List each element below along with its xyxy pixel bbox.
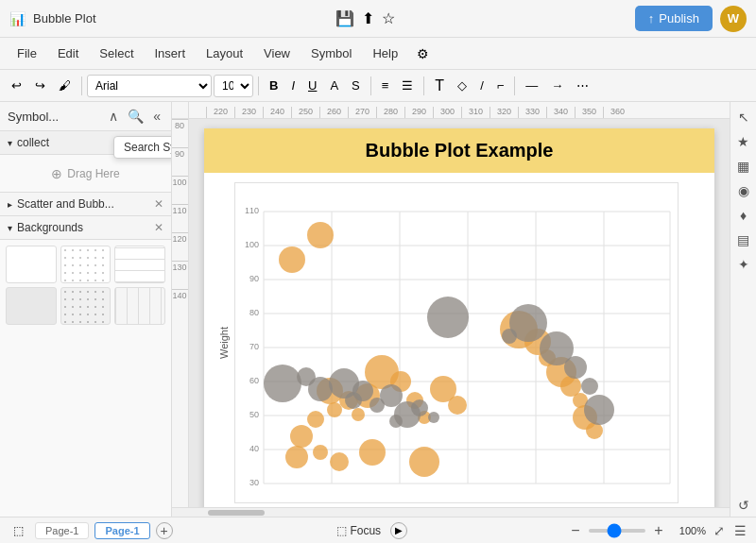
pen-button[interactable]: / [474,76,490,95]
share-icon[interactable]: ⬆ [362,9,374,27]
bg-item-gray[interactable] [6,287,57,325]
data-icon[interactable]: ♦ [732,204,755,227]
more-options-button[interactable]: ⋯ [571,76,594,95]
grid-icon[interactable]: ▦ [732,155,755,178]
filter-icon[interactable]: ✦ [732,253,755,276]
table-icon[interactable]: ▤ [732,229,755,251]
page-tab-active[interactable]: Page-1 [94,522,149,539]
sidebar: Symbol... ∧ 🔍 « Search Symbol ▾ collect … [0,102,172,517]
bubble [581,378,598,395]
shape-fill-button[interactable]: ◇ [452,76,472,95]
svg-text:110: 110 [245,206,259,215]
font-family-select[interactable]: Arial Times New Roman Helvetica [87,75,212,97]
scrollbar-thumb[interactable] [208,510,265,516]
backgrounds-section-header[interactable]: ▾ Backgrounds ✕ [0,216,171,240]
star-icon[interactable]: ☆ [382,9,395,27]
ruler-vertical: 80 90 100 110 120 130 140 [172,119,189,507]
bold-button[interactable]: B [264,76,284,95]
cursor-icon[interactable]: ↖ [732,106,755,128]
menu-help[interactable]: Help [363,42,407,64]
backgrounds-close-icon[interactable]: ✕ [154,221,163,234]
zoom-minus-button[interactable]: − [566,522,585,539]
toolbar-separator-4 [423,76,424,95]
ruler-v-mark: 110 [172,204,188,232]
toolbar-separator-5 [514,76,515,95]
ruler-v-mark: 140 [172,289,188,317]
bg-item-white[interactable] [6,246,57,283]
scatter-close-icon[interactable]: ✕ [154,197,163,211]
status-bar-center: ⬚ Focus ▶ [331,522,407,539]
bubble [380,384,403,407]
menu-layout[interactable]: Layout [197,42,252,64]
strikethrough-button[interactable]: S [346,76,366,95]
focus-button[interactable]: ⬚ Focus [331,522,387,539]
app-icon: 📊 [9,11,26,26]
y-axis-label: Weight [218,327,230,359]
title-bar: 📊 Bubble Plot 💾 ⬆ ☆ ↑ Publish W [0,0,756,38]
star-right-icon[interactable]: ★ [732,130,755,153]
ruler-mark: 220 [206,107,234,118]
drag-here-area: ⊕ Drag Here [0,155,171,193]
align-left-button[interactable]: ≡ [376,76,395,95]
bubble [327,402,342,417]
bg-item-dots[interactable] [60,246,112,283]
layers-icon[interactable]: ◉ [732,179,755,202]
bubble [411,399,428,416]
ruler-mark: 350 [575,107,603,118]
font-color-button[interactable]: A [324,76,344,95]
connector-button[interactable]: ⌐ [491,76,510,95]
page-layout-icon[interactable]: ⬚ [8,521,29,540]
expand-button[interactable]: ⤢ [710,523,729,538]
save-icon[interactable]: 💾 [335,9,354,27]
menu-symbol[interactable]: Symbol [301,42,361,64]
menu-edit[interactable]: Edit [48,42,88,64]
focus-icon: ⬚ [336,524,347,537]
add-page-button[interactable]: + [156,522,173,539]
sidebar-search-icon[interactable]: 🔍 [125,108,146,125]
scatter-section-header[interactable]: ▸ Scatter and Bubb... ✕ [0,193,171,215]
ruler-mark: 310 [461,107,490,118]
font-size-select[interactable]: 10 12 14 16 [214,75,253,97]
sidebar-collapse-icon[interactable]: « [150,108,163,125]
zoom-plus-button[interactable]: + [649,522,668,539]
menu-insert[interactable]: Insert [146,42,196,64]
bg-item-dots2[interactable] [60,287,112,325]
bubble [264,365,301,402]
arrow-style-button[interactable]: → [545,76,569,95]
ruler-mark: 340 [546,107,575,118]
bubble [307,411,324,428]
redo-button[interactable]: ↪ [29,76,51,95]
settings-bottom-icon[interactable]: ☰ [732,521,748,540]
text-frame-button[interactable]: T [429,75,450,97]
play-icon: ▶ [395,525,403,535]
sidebar-expand-icon[interactable]: ∧ [106,108,121,125]
zoom-slider[interactable] [589,529,645,533]
title-bar-left: 📊 Bubble Plot [9,11,96,26]
line-style-button[interactable]: — [520,76,543,95]
zoom-control: − + 100% [566,522,706,539]
publish-button[interactable]: ↑ Publish [635,6,713,31]
user-avatar[interactable]: W [720,6,747,32]
paint-button[interactable]: 🖌 [53,76,77,95]
play-button[interactable]: ▶ [390,522,407,539]
collect-section-label: collect [17,136,49,149]
undo-button[interactable]: ↩ [6,76,27,95]
bubble [352,408,365,421]
page-tab-inactive[interactable]: Page-1 [35,522,89,539]
menu-file[interactable]: File [8,42,46,64]
align-options-button[interactable]: ☰ [396,76,419,95]
bg-item-lines[interactable] [114,246,165,283]
menu-select[interactable]: Select [90,42,143,64]
svg-text:60: 60 [249,376,259,385]
menu-settings-icon[interactable]: ⚙ [409,42,437,65]
bg-item-lines2[interactable] [114,287,165,325]
history-icon[interactable]: ↺ [732,494,755,517]
horizontal-scrollbar[interactable] [172,507,730,517]
underline-button[interactable]: U [302,76,322,95]
right-panel: ↖ ★ ▦ ◉ ♦ ▤ ✦ ↺ [730,102,756,517]
canvas-inner[interactable]: Bubble Plot Example Weight [189,119,730,507]
menu-view[interactable]: View [254,42,300,64]
ruler-mark: 240 [263,107,291,118]
italic-button[interactable]: I [285,76,301,95]
toolbar: ↩ ↪ 🖌 Arial Times New Roman Helvetica 10… [0,70,756,102]
